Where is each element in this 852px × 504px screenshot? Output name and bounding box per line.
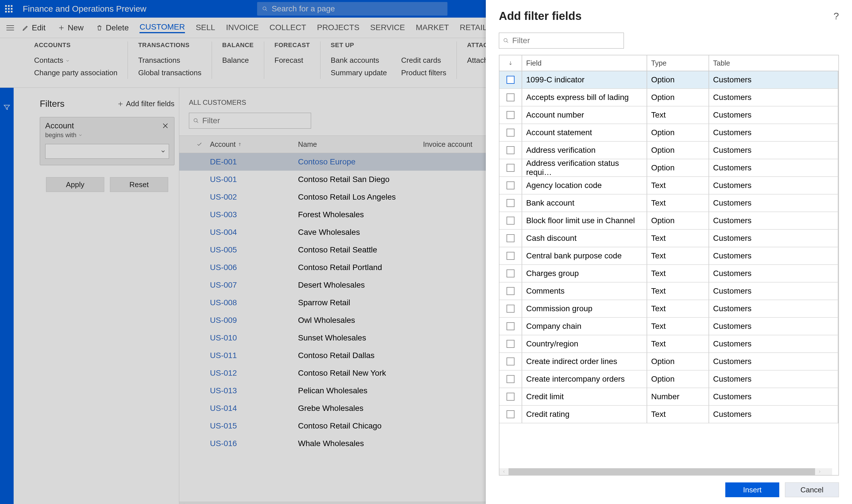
col-field[interactable]: Field <box>522 55 647 71</box>
row-checkbox[interactable] <box>507 305 515 312</box>
panel-row[interactable]: Credit ratingTextCustomers <box>499 406 838 424</box>
grid-filter[interactable] <box>189 113 311 129</box>
ribbon-item[interactable]: Balance <box>222 54 254 67</box>
scroll-left-button[interactable] <box>499 468 509 475</box>
tab-collect[interactable]: COLLECT <box>270 23 306 33</box>
row-checkbox[interactable] <box>507 164 515 172</box>
panel-row[interactable]: Accepts express bill of ladingOptionCust… <box>499 89 838 107</box>
account-link[interactable]: US-003 <box>210 210 237 219</box>
panel-row[interactable]: Address verificationOptionCustomers <box>499 142 838 159</box>
panel-row[interactable]: Agency location codeTextCustomers <box>499 177 838 195</box>
row-checkbox[interactable] <box>507 410 515 418</box>
row-checkbox[interactable] <box>507 111 515 119</box>
panel-row[interactable]: Bank accountTextCustomers <box>499 195 838 212</box>
row-checkbox[interactable] <box>507 217 515 224</box>
ribbon-item[interactable]: Forecast <box>274 54 310 67</box>
ribbon-item[interactable]: Bank accounts <box>331 54 387 67</box>
account-link[interactable]: US-006 <box>210 263 237 272</box>
row-checkbox[interactable] <box>507 393 515 401</box>
account-link[interactable]: US-009 <box>210 316 237 325</box>
tab-projects[interactable]: PROJECTS <box>317 23 359 33</box>
row-checkbox[interactable] <box>507 340 515 348</box>
filter-side-tab[interactable] <box>0 88 14 504</box>
account-link[interactable]: US-002 <box>210 193 237 201</box>
col-sort[interactable] <box>499 55 522 71</box>
row-checkbox[interactable] <box>507 269 515 277</box>
panel-h-scrollbar[interactable] <box>499 468 832 475</box>
account-link[interactable]: US-012 <box>210 368 237 377</box>
account-link[interactable]: US-004 <box>210 228 237 236</box>
select-all-checkbox[interactable] <box>189 141 206 147</box>
account-link[interactable]: US-015 <box>210 421 237 430</box>
panel-row[interactable]: 1099-C indicatorOptionCustomers <box>499 71 838 89</box>
row-checkbox[interactable] <box>507 287 515 295</box>
scroll-thumb[interactable] <box>509 468 815 475</box>
row-checkbox[interactable] <box>507 129 515 137</box>
account-link[interactable]: US-001 <box>210 175 237 184</box>
col-type[interactable]: Type <box>647 55 709 71</box>
panel-row[interactable]: Create intercompany ordersOptionCustomer… <box>499 371 838 388</box>
row-checkbox[interactable] <box>507 234 515 242</box>
menu-toggle-button[interactable] <box>4 25 16 31</box>
account-link[interactable]: US-011 <box>210 351 237 360</box>
filter-operator-dropdown[interactable]: begins with <box>45 131 169 139</box>
panel-row[interactable]: Cash discountTextCustomers <box>499 230 838 247</box>
row-checkbox[interactable] <box>507 322 515 330</box>
panel-filter[interactable] <box>499 33 624 49</box>
ribbon-item[interactable]: Transactions <box>138 54 201 67</box>
insert-button[interactable]: Insert <box>725 482 779 497</box>
tab-market[interactable]: MARKET <box>416 23 449 33</box>
tab-service[interactable]: SERVICE <box>370 23 405 33</box>
panel-row[interactable]: Country/regionTextCustomers <box>499 335 838 353</box>
tab-sell[interactable]: SELL <box>196 23 215 33</box>
panel-row[interactable]: Create indirect order linesOptionCustome… <box>499 353 838 371</box>
row-checkbox[interactable] <box>507 146 515 154</box>
row-checkbox[interactable] <box>507 181 515 190</box>
panel-row[interactable]: Central bank purpose codeTextCustomers <box>499 247 838 265</box>
account-link[interactable]: US-013 <box>210 386 237 395</box>
panel-filter-input[interactable] <box>512 36 620 45</box>
panel-row[interactable]: Account numberTextCustomers <box>499 107 838 124</box>
account-link[interactable]: US-014 <box>210 404 237 413</box>
account-link[interactable]: US-008 <box>210 298 237 307</box>
row-checkbox[interactable] <box>507 93 515 101</box>
panel-row[interactable]: CommentsTextCustomers <box>499 283 838 300</box>
panel-row[interactable]: Company chainTextCustomers <box>499 318 838 335</box>
col-table[interactable]: Table <box>709 55 838 71</box>
account-link[interactable]: US-010 <box>210 334 237 342</box>
ribbon-item[interactable]: Contacts <box>34 54 117 67</box>
panel-row[interactable]: Credit limitNumberCustomers <box>499 388 838 406</box>
ribbon-item[interactable]: Credit cards <box>401 54 446 67</box>
add-filter-fields-button[interactable]: Add filter fields <box>117 100 174 108</box>
row-checkbox[interactable] <box>507 76 515 84</box>
ribbon-item[interactable]: Change party association <box>34 67 117 79</box>
panel-row[interactable]: Account statementOptionCustomers <box>499 124 838 142</box>
delete-button[interactable]: Delete <box>90 18 135 38</box>
help-button[interactable]: ? <box>834 11 839 22</box>
tab-retail[interactable]: RETAIL <box>460 23 487 33</box>
filter-value-input[interactable] <box>45 144 169 159</box>
reset-button[interactable]: Reset <box>110 177 168 192</box>
row-checkbox[interactable] <box>507 252 515 260</box>
scroll-right-button[interactable] <box>815 468 824 475</box>
scroll-left-button[interactable] <box>179 501 188 504</box>
panel-row[interactable]: Commission groupTextCustomers <box>499 300 838 318</box>
app-launcher-button[interactable] <box>0 5 18 13</box>
account-link[interactable]: DE-001 <box>210 157 237 166</box>
tab-invoice[interactable]: INVOICE <box>226 23 259 33</box>
ribbon-item[interactable]: Global transactions <box>138 67 201 79</box>
account-link[interactable]: US-005 <box>210 245 237 254</box>
search-input[interactable] <box>271 4 442 13</box>
col-account[interactable]: Account <box>206 140 294 148</box>
col-name[interactable]: Name <box>294 140 419 148</box>
row-checkbox[interactable] <box>507 199 515 207</box>
name-cell[interactable]: Contoso Europe <box>298 157 355 166</box>
grid-filter-input[interactable] <box>202 116 307 125</box>
account-link[interactable]: US-016 <box>210 439 237 448</box>
search-bar[interactable] <box>257 2 447 16</box>
edit-button[interactable]: Edit <box>16 18 52 38</box>
tab-customer[interactable]: CUSTOMER <box>140 22 185 33</box>
ribbon-item[interactable]: Summary update <box>331 67 387 79</box>
panel-row[interactable]: Address verification status requi…Option… <box>499 159 838 177</box>
panel-row[interactable]: Block floor limit use in ChannelOptionCu… <box>499 212 838 230</box>
